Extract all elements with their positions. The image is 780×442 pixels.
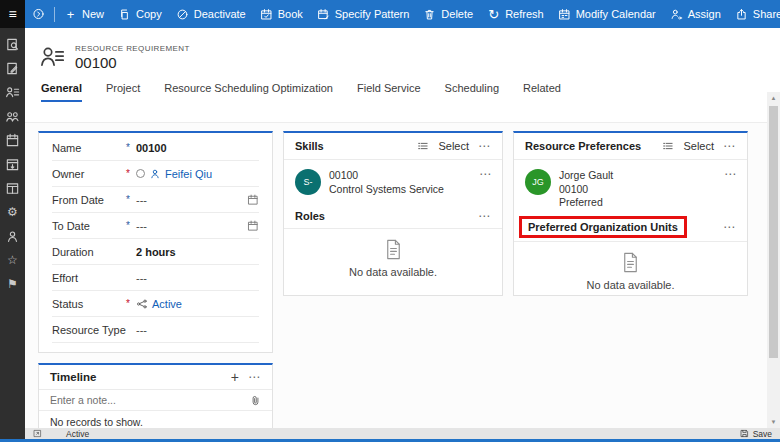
refresh-button[interactable]: ↻ Refresh bbox=[480, 0, 551, 28]
roles-header: Roles ⋯ bbox=[284, 203, 502, 229]
field-row-status: Status * Active bbox=[52, 291, 259, 317]
timeline-add-icon[interactable]: + bbox=[231, 370, 239, 384]
note-input[interactable]: Enter a note... bbox=[39, 390, 272, 411]
sidebar-calendar-icon[interactable] bbox=[5, 133, 20, 148]
sidebar-record-search-icon[interactable] bbox=[5, 37, 20, 52]
new-button[interactable]: + New bbox=[57, 0, 111, 28]
deactivate-button[interactable]: Deactivate bbox=[169, 0, 253, 28]
sidebar-person-icon[interactable] bbox=[5, 229, 20, 244]
status-value-link[interactable]: Active bbox=[152, 298, 182, 310]
timeline-more-options-icon[interactable]: ⋯ bbox=[248, 371, 261, 383]
nav-expand-button[interactable] bbox=[25, 0, 52, 28]
modify-calendar-button[interactable]: Modify Calendar bbox=[551, 0, 663, 28]
copy-icon bbox=[118, 8, 131, 21]
required-marker: * bbox=[126, 298, 136, 309]
tab-field-service[interactable]: Field Service bbox=[357, 82, 421, 102]
copy-button[interactable]: Copy bbox=[111, 0, 169, 28]
field-row-name: Name * 00100 bbox=[52, 135, 259, 161]
resource-preferences-select-button[interactable]: Select bbox=[683, 140, 714, 152]
sidebar-resource-requirement-icon[interactable] bbox=[5, 85, 20, 100]
resource-preferences-more-icon[interactable]: ⋯ bbox=[723, 140, 736, 152]
skills-select-button[interactable]: Select bbox=[438, 140, 469, 152]
tab-scheduling[interactable]: Scheduling bbox=[445, 82, 499, 102]
preferred-org-units-more-icon[interactable]: ⋯ bbox=[723, 221, 736, 233]
select-list-icon bbox=[417, 140, 429, 152]
assign-button[interactable]: Assign bbox=[663, 0, 728, 28]
status-reason-icon bbox=[136, 298, 148, 310]
resource-type-value[interactable]: --- bbox=[136, 324, 147, 336]
preference-type: Preferred bbox=[559, 196, 613, 210]
empty-document-icon bbox=[382, 238, 405, 261]
required-marker: * bbox=[126, 142, 136, 153]
preference-list-item[interactable]: JG Jorge Gault 00100 Preferred ⋯ bbox=[514, 160, 747, 214]
book-button[interactable]: Book bbox=[253, 0, 310, 28]
preference-item-more-icon[interactable]: ⋯ bbox=[724, 168, 737, 180]
tab-related[interactable]: Related bbox=[523, 82, 561, 102]
sidebar-record-edit-icon[interactable] bbox=[5, 61, 20, 76]
deactivate-icon bbox=[176, 8, 189, 21]
skill-item-id: 00100 bbox=[329, 169, 444, 183]
date-picker-icon[interactable] bbox=[247, 194, 259, 206]
pattern-calendar-icon bbox=[317, 8, 330, 21]
entity-label: RESOURCE REQUIREMENT bbox=[75, 44, 190, 53]
delete-button[interactable]: Delete bbox=[416, 0, 480, 28]
roles-empty-state: No data available. bbox=[284, 229, 502, 278]
skills-more-options-icon[interactable]: ⋯ bbox=[478, 140, 491, 152]
scroll-up-arrow[interactable]: ▲ bbox=[767, 92, 780, 104]
skill-item-more-icon[interactable]: ⋯ bbox=[479, 168, 492, 180]
preferred-org-units-title-annotated: Preferred Organization Units bbox=[519, 216, 687, 238]
share-button[interactable]: Share bbox=[728, 0, 780, 28]
to-date-value[interactable]: --- bbox=[136, 220, 147, 232]
sidebar-board-icon[interactable] bbox=[5, 181, 20, 196]
save-button[interactable]: Save bbox=[740, 429, 772, 439]
tab-project[interactable]: Project bbox=[106, 82, 140, 102]
sidebar-favorites-icon[interactable]: ☆ bbox=[5, 253, 20, 268]
command-bar: ≡ + New Copy Deactivate Book Specify Pat… bbox=[0, 0, 780, 28]
expand-status-icon[interactable] bbox=[33, 429, 42, 438]
sidebar-resources-icon[interactable] bbox=[5, 109, 20, 124]
from-date-value[interactable]: --- bbox=[136, 194, 147, 206]
field-row-owner: Owner * Feifei Qiu bbox=[52, 161, 259, 187]
sidebar-schedule-board-icon[interactable] bbox=[5, 157, 20, 172]
date-picker-icon[interactable] bbox=[247, 220, 259, 232]
specify-pattern-button[interactable]: Specify Pattern bbox=[310, 0, 417, 28]
roles-more-options-icon[interactable]: ⋯ bbox=[478, 210, 491, 222]
calendar-icon bbox=[558, 8, 571, 21]
paperclip-icon[interactable] bbox=[250, 395, 261, 406]
save-floppy-icon bbox=[740, 429, 749, 438]
main-area: RESOURCE REQUIREMENT 00100 General Proje… bbox=[25, 28, 780, 428]
empty-document-icon bbox=[619, 251, 642, 274]
skill-list-item[interactable]: S- 00100 Control Systems Service ⋯ bbox=[284, 160, 502, 203]
sidebar-flag-icon[interactable]: ⚑ bbox=[5, 277, 20, 292]
resource-requirement-icon bbox=[39, 44, 66, 71]
toolbar-separator bbox=[54, 7, 55, 22]
timeline-header: Timeline + ⋯ bbox=[39, 365, 272, 390]
field-row-resource-type: Resource Type --- bbox=[52, 317, 259, 343]
form-tabs: General Project Resource Scheduling Opti… bbox=[25, 78, 780, 102]
sidebar-settings-icon[interactable]: ⚙ bbox=[5, 205, 20, 220]
scrollbar-thumb[interactable] bbox=[769, 106, 778, 358]
vertical-scrollbar[interactable]: ▲ ▼ bbox=[767, 92, 780, 428]
tab-general[interactable]: General bbox=[41, 82, 82, 102]
status-bar: Active Save bbox=[25, 428, 780, 439]
hamburger-menu-button[interactable]: ≡ bbox=[0, 0, 25, 28]
hamburger-icon: ≡ bbox=[8, 6, 16, 22]
resource-preferences-card: Resource Preferences Select ⋯ JG Jorge G… bbox=[513, 131, 748, 296]
owner-lookup-link[interactable]: Feifei Qiu bbox=[165, 168, 212, 180]
skills-roles-card: Skills Select ⋯ S- 00100 Control Systems… bbox=[283, 131, 503, 296]
name-value[interactable]: 00100 bbox=[136, 142, 167, 154]
details-card: Name * 00100 Owner * Feifei Qiu bbox=[38, 131, 273, 353]
owner-person-icon bbox=[149, 168, 161, 180]
scroll-down-arrow[interactable]: ▼ bbox=[767, 416, 780, 428]
duration-value[interactable]: 2 hours bbox=[136, 246, 176, 258]
book-calendar-icon bbox=[260, 8, 273, 21]
note-placeholder: Enter a note... bbox=[50, 394, 116, 406]
nav-sidebar: ⚙ ☆ ⚑ bbox=[0, 28, 25, 439]
field-row-from-date: From Date * --- bbox=[52, 187, 259, 213]
effort-value[interactable]: --- bbox=[136, 272, 147, 284]
tab-resource-scheduling-optimization[interactable]: Resource Scheduling Optimization bbox=[164, 82, 333, 102]
assign-person-icon bbox=[670, 8, 683, 21]
required-marker: * bbox=[126, 194, 136, 205]
preferred-org-units-empty-state: No data available. bbox=[514, 242, 747, 291]
plus-icon: + bbox=[64, 8, 77, 21]
